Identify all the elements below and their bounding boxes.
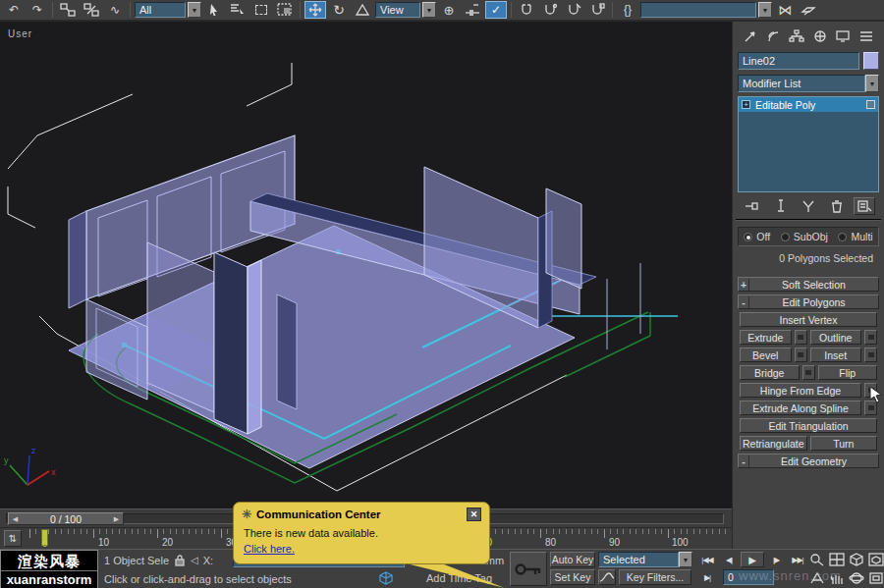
zoom-all-icon[interactable] (827, 551, 846, 568)
arc-rotate-icon[interactable] (847, 569, 865, 587)
snap-toggle-icon[interactable] (516, 1, 537, 19)
named-selection-dropdown[interactable] (640, 2, 756, 18)
bind-to-spacewarp-icon[interactable]: ∿ (104, 1, 126, 19)
radio-off[interactable]: Off (744, 231, 770, 242)
modifier-stack[interactable]: + Editable Poly (738, 96, 879, 192)
modifier-list-arrow-icon[interactable]: ▼ (865, 75, 879, 92)
maximize-viewport-toggle-icon[interactable] (866, 569, 884, 587)
key-mode-toggle-icon[interactable]: ▶| (697, 569, 717, 585)
balloon-click-here-link[interactable]: Click here. (244, 543, 295, 555)
trackbar-toggle-icon[interactable]: ⇅ (4, 530, 22, 547)
configure-modifier-sets-icon[interactable] (854, 197, 875, 215)
zoom-extents-icon[interactable] (847, 551, 865, 568)
key-mode-dropdown[interactable]: Selected ▼ (598, 552, 692, 567)
outline-button[interactable]: Outline (810, 330, 862, 345)
undo-icon[interactable]: ↶ (3, 1, 25, 19)
set-key-button[interactable]: Set Key (550, 569, 595, 585)
goto-end-icon[interactable]: ▶▶| (788, 552, 807, 567)
time-slider-forward-icon[interactable]: ▶ (110, 515, 123, 523)
default-in-out-tangents-icon[interactable] (598, 569, 616, 585)
time-slider-back-icon[interactable]: ◀ (9, 515, 22, 523)
unlink-icon[interactable] (81, 1, 102, 19)
select-and-manipulate-icon[interactable] (462, 1, 483, 19)
stack-item-toggle-icon[interactable] (866, 100, 875, 109)
tab-display-icon[interactable] (832, 27, 854, 45)
angle-snap-icon[interactable] (539, 1, 561, 19)
extrude-settings-icon[interactable] (795, 330, 807, 345)
spinner-snap-icon[interactable] (586, 1, 608, 19)
viewport-canvas[interactable]: y z x (0, 22, 732, 508)
named-selection-arrow-icon[interactable]: ▼ (758, 2, 772, 18)
tab-modify-icon[interactable] (763, 27, 785, 45)
zoom-extents-all-icon[interactable] (866, 551, 884, 568)
rectangular-selection-region-icon[interactable] (250, 1, 272, 19)
previous-frame-icon[interactable]: ◀| (719, 552, 739, 567)
selection-filter-arrow-icon[interactable]: ▼ (188, 2, 201, 18)
select-and-scale-icon[interactable] (352, 1, 373, 19)
rollout-edit-geometry[interactable]: - Edit Geometry (738, 454, 879, 468)
key-filters-button[interactable]: Key Filters... (619, 569, 691, 585)
key-mode-arrow-icon[interactable]: ▼ (679, 552, 692, 567)
tab-utilities-icon[interactable] (856, 27, 877, 45)
turn-button[interactable]: Turn (810, 436, 878, 451)
inset-button[interactable]: Inset (810, 347, 862, 362)
next-frame-icon[interactable]: |▶ (766, 552, 786, 567)
set-keys-button[interactable] (510, 552, 547, 586)
layer-manager-icon[interactable] (798, 1, 819, 19)
extrude-button[interactable]: Extrude (740, 330, 792, 345)
tab-create-icon[interactable] (740, 27, 761, 45)
select-by-name-icon[interactable] (227, 1, 249, 19)
bevel-settings-icon[interactable] (795, 347, 807, 362)
tab-motion-icon[interactable] (809, 27, 831, 45)
zoom-icon[interactable] (807, 551, 826, 568)
window-crossing-icon[interactable] (274, 1, 296, 19)
insert-vertex-button[interactable]: Insert Vertex (740, 312, 877, 327)
flip-button[interactable]: Flip (818, 365, 878, 380)
mirror-icon[interactable]: ⋈ (774, 1, 796, 19)
selection-lock-icon[interactable] (174, 554, 186, 566)
object-name-field[interactable]: Line02 (738, 52, 859, 70)
radio-multi[interactable]: Multi (838, 231, 872, 242)
absolute-mode-toggle-icon[interactable]: ◁ (191, 555, 198, 565)
edit-triangulation-button[interactable]: Edit Triangulation (740, 418, 877, 433)
radio-subobj[interactable]: SubObj (781, 231, 828, 242)
goto-start-icon[interactable]: |◀◀ (697, 552, 717, 567)
selection-filter-dropdown[interactable]: All (135, 2, 186, 18)
bridge-settings-icon[interactable] (802, 365, 815, 380)
select-and-move-icon[interactable] (304, 1, 326, 19)
bevel-button[interactable]: Bevel (740, 347, 792, 362)
redo-icon[interactable]: ↷ (27, 1, 48, 19)
select-object-icon[interactable] (203, 1, 225, 19)
viewport-label[interactable]: User (8, 28, 32, 39)
modifier-list-dropdown[interactable]: Modifier List (738, 75, 865, 92)
retriangulate-button[interactable]: Retriangulate (740, 436, 807, 451)
stack-item-editable-poly[interactable]: + Editable Poly (739, 97, 878, 112)
hinge-from-edge-button[interactable]: Hinge From Edge (740, 383, 861, 398)
viewport-user[interactable]: User (0, 22, 732, 508)
select-and-link-icon[interactable] (57, 1, 79, 19)
notification-cube-icon[interactable] (379, 571, 393, 585)
object-color-swatch[interactable] (863, 52, 879, 70)
inset-settings-icon[interactable] (864, 347, 877, 362)
remove-modifier-icon[interactable] (826, 197, 848, 215)
outline-settings-icon[interactable] (864, 330, 877, 345)
time-slider-handle[interactable]: ◀ 0 / 100 ▶ (8, 512, 124, 525)
pin-stack-icon[interactable] (742, 197, 763, 215)
play-button-icon[interactable]: ▶ (741, 552, 764, 567)
rollout-edit-polygons[interactable]: - Edit Polygons (738, 294, 879, 309)
use-pivot-center-icon[interactable]: ⊕ (438, 1, 460, 19)
rollout-soft-selection[interactable]: + Soft Selection (738, 277, 879, 292)
make-unique-icon[interactable] (798, 197, 819, 215)
bridge-button[interactable]: Bridge (740, 365, 800, 380)
percent-snap-icon[interactable] (563, 1, 584, 19)
tab-hierarchy-icon[interactable] (786, 27, 807, 45)
extrude-along-spline-button[interactable]: Extrude Along Spline (740, 401, 861, 415)
select-and-rotate-icon[interactable]: ↻ (328, 1, 350, 19)
show-end-result-icon[interactable] (770, 197, 792, 215)
balloon-close-icon[interactable]: ✕ (467, 508, 481, 521)
auto-key-button[interactable]: Auto Key (550, 552, 595, 567)
reference-coordinate-arrow-icon[interactable]: ▼ (422, 2, 436, 18)
edit-named-selections-icon[interactable]: {} (617, 1, 638, 19)
stack-expand-icon[interactable]: + (742, 100, 750, 109)
keyboard-override-toggle-icon[interactable]: ✓ (485, 1, 507, 19)
